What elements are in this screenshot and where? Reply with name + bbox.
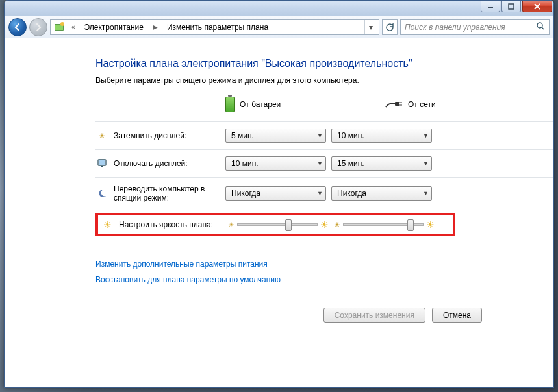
row-sleep: Переводить компьютер в спящий режим: Ник…	[95, 177, 553, 209]
nav-bar: « Электропитание ▶ Изменить параметры пл…	[5, 16, 553, 38]
row-dim-label: Затемнить дисплей:	[114, 131, 225, 140]
titlebar	[5, 1, 553, 16]
refresh-button[interactable]	[382, 19, 398, 35]
slider-thumb[interactable]	[407, 219, 414, 231]
sleep-battery-select[interactable]: Никогда▼	[225, 186, 326, 201]
dim-battery-select[interactable]: 5 мин.▼	[225, 129, 326, 143]
svg-point-5	[537, 23, 542, 28]
advanced-settings-link[interactable]: Изменить дополнительные параметры питани…	[95, 260, 553, 269]
svg-rect-11	[101, 166, 103, 167]
battery-icon	[225, 97, 235, 112]
column-headers: От батареи От сети	[225, 97, 553, 112]
row-brightness-label: Настроить яркость плана:	[119, 220, 228, 229]
row-brightness: ☀ Настроить яркость плана: ☀ ☀ ☀ ☀	[95, 213, 455, 236]
slider-track[interactable]	[343, 223, 424, 226]
brightness-battery-slider[interactable]: ☀ ☀	[228, 219, 329, 230]
sun-high-icon: ☀	[426, 219, 435, 230]
plug-icon	[385, 99, 403, 110]
col-header-ac-label: От сети	[408, 100, 436, 109]
row-dim: ☀ Затемнить дисплей: 5 мин.▼ 10 мин.▼	[95, 121, 553, 149]
chevron-down-icon: ▼	[317, 190, 323, 197]
svg-rect-1	[509, 4, 514, 9]
search-input[interactable]: Поиск в панели управления	[400, 19, 550, 35]
breadcrumb-power[interactable]: Электропитание	[82, 21, 146, 33]
svg-rect-6	[395, 102, 399, 106]
chevron-down-icon: ▼	[423, 132, 429, 139]
monitor-icon	[95, 158, 108, 169]
off-ac-select[interactable]: 15 мин.▼	[331, 156, 432, 171]
chevron-down-icon: ▼	[423, 190, 429, 197]
save-button[interactable]: Сохранить изменения	[323, 308, 425, 323]
breadcrumb-back-chev[interactable]: «	[69, 23, 78, 31]
sun-high-icon: ☀	[320, 219, 329, 230]
close-button[interactable]	[522, 1, 552, 12]
back-button[interactable]	[8, 18, 27, 36]
brightness-ac-slider[interactable]: ☀ ☀	[334, 219, 435, 230]
svg-point-4	[60, 22, 64, 26]
chevron-down-icon: ▼	[317, 160, 323, 167]
svg-rect-10	[99, 160, 105, 165]
links: Изменить дополнительные параметры питани…	[95, 260, 553, 284]
col-header-ac: От сети	[385, 97, 485, 112]
row-sleep-label: Переводить компьютер в спящий режим:	[114, 184, 225, 202]
control-panel-icon	[53, 21, 65, 33]
maximize-button[interactable]	[501, 1, 521, 12]
sun-low-icon: ☀	[228, 221, 235, 229]
dim-icon: ☀	[95, 132, 108, 140]
moon-icon	[95, 188, 108, 199]
chevron-down-icon: ▼	[423, 160, 429, 167]
brightness-icon: ☀	[101, 219, 114, 230]
row-off-label: Отключать дисплей:	[114, 159, 225, 168]
row-off: Отключать дисплей: 10 мин.▼ 15 мин.▼	[95, 149, 553, 177]
minimize-button[interactable]	[481, 1, 500, 12]
slider-track[interactable]	[237, 223, 318, 226]
content: Настройка плана электропитания "Высокая …	[5, 38, 553, 323]
sleep-ac-select[interactable]: Никогда▼	[331, 186, 432, 201]
chevron-down-icon: ▼	[317, 132, 323, 139]
slider-thumb[interactable]	[285, 219, 292, 231]
page-subtitle: Выберите параметры спящего режима и дисп…	[95, 76, 553, 85]
breadcrumb-sep-icon: ▶	[150, 23, 160, 31]
col-header-battery: От батареи	[225, 97, 326, 112]
search-icon	[536, 21, 545, 32]
window: « Электропитание ▶ Изменить параметры пл…	[4, 0, 554, 388]
off-battery-select[interactable]: 10 мин.▼	[225, 156, 326, 171]
svg-rect-0	[488, 7, 493, 8]
restore-defaults-link[interactable]: Восстановить для плана параметры по умол…	[95, 275, 553, 284]
breadcrumb-edit-plan[interactable]: Изменить параметры плана	[164, 21, 271, 33]
dialog-buttons: Сохранить изменения Отмена	[95, 308, 553, 323]
address-dropdown-icon[interactable]: ▾	[364, 20, 376, 34]
forward-button[interactable]	[29, 18, 47, 36]
sun-low-icon: ☀	[334, 221, 340, 229]
breadcrumb-bar[interactable]: « Электропитание ▶ Изменить параметры пл…	[50, 19, 379, 35]
page-title: Настройка плана электропитания "Высокая …	[95, 58, 553, 69]
cancel-button[interactable]: Отмена	[432, 308, 482, 323]
search-placeholder: Поиск в панели управления	[405, 23, 505, 32]
col-header-battery-label: От батареи	[240, 100, 281, 109]
dim-ac-select[interactable]: 10 мин.▼	[331, 129, 432, 143]
